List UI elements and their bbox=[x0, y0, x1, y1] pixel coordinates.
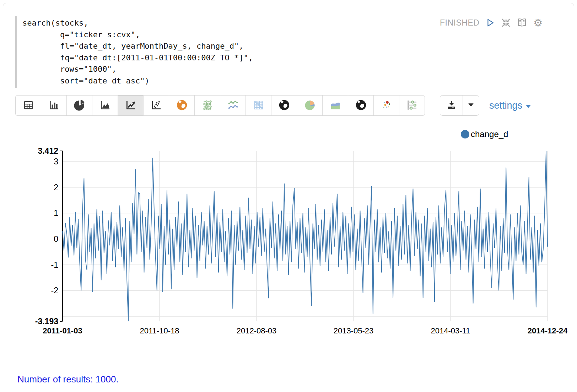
download-options-caret[interactable] bbox=[463, 96, 479, 115]
chart-type-table-button[interactable] bbox=[16, 96, 41, 115]
scatter-color-icon bbox=[381, 99, 393, 112]
line-chart-svg: 3210-1-23.412-3.1932011-01-032011-10-182… bbox=[3, 122, 574, 345]
settings-link[interactable]: settings bbox=[489, 95, 531, 116]
chart-type-bar-button[interactable] bbox=[41, 96, 67, 115]
svg-text:2014-03-11: 2014-03-11 bbox=[431, 326, 470, 335]
chart-type-area-button[interactable] bbox=[92, 96, 118, 115]
chart-type-pie-color-button[interactable] bbox=[297, 96, 323, 115]
line-chart-area[interactable]: 3210-1-23.412-3.1932011-01-032011-10-182… bbox=[3, 122, 574, 345]
chart-type-multi-line-button[interactable] bbox=[220, 96, 246, 115]
area-chart-color-icon bbox=[329, 99, 341, 112]
chart-type-bubble-grid-button[interactable] bbox=[195, 96, 220, 115]
svg-text:-3.193: -3.193 bbox=[35, 317, 58, 326]
download-icon bbox=[446, 100, 457, 111]
line-chart-icon bbox=[125, 99, 137, 112]
chart-type-globe-orange-button[interactable] bbox=[169, 96, 195, 115]
svg-text:2011-01-03: 2011-01-03 bbox=[43, 326, 82, 335]
chart-type-scatter-button[interactable] bbox=[144, 96, 169, 115]
globe-dark-icon bbox=[278, 99, 290, 112]
chart-type-globe-dark-2-button[interactable] bbox=[348, 96, 374, 115]
bar-chart-icon bbox=[48, 99, 60, 112]
settings-label: settings bbox=[489, 100, 522, 111]
gear-icon[interactable]: ⚙ bbox=[533, 17, 543, 28]
chart-type-scatter-color-button[interactable] bbox=[374, 96, 399, 115]
chart-type-range-levels-button[interactable] bbox=[399, 96, 425, 115]
scatter-chart-icon bbox=[150, 99, 162, 112]
pie-chart-color-icon bbox=[304, 99, 316, 112]
chart-type-pie-button[interactable] bbox=[67, 96, 92, 115]
heatmap-icon bbox=[253, 99, 265, 112]
code-editor[interactable]: search(stocks, q="ticker_s:cvx", fl="dat… bbox=[22, 17, 253, 87]
result-count-text: Number of results: 1000. bbox=[17, 374, 119, 385]
svg-text:2: 2 bbox=[54, 183, 58, 192]
chart-type-globe-dark-button[interactable] bbox=[271, 96, 297, 115]
legend-label: change_d bbox=[471, 129, 508, 139]
book-report-icon[interactable] bbox=[517, 17, 527, 28]
caret-down-icon bbox=[468, 103, 474, 108]
chart-type-line-button[interactable] bbox=[118, 96, 144, 115]
run-play-icon[interactable] bbox=[485, 17, 495, 28]
bubble-grid-icon bbox=[201, 99, 214, 112]
collapse-icon[interactable] bbox=[501, 17, 511, 28]
svg-text:2012-08-03: 2012-08-03 bbox=[237, 326, 277, 335]
area-chart-icon bbox=[99, 99, 111, 112]
editor-gutter-bar bbox=[15, 16, 17, 88]
settings-caret-icon bbox=[525, 100, 531, 111]
pie-chart-icon bbox=[74, 99, 86, 112]
svg-text:3.412: 3.412 bbox=[38, 146, 58, 156]
svg-text:-2: -2 bbox=[51, 286, 58, 295]
download-split-button bbox=[440, 95, 479, 116]
chart-type-area-color-button[interactable] bbox=[323, 96, 348, 115]
status-badge: FINISHED bbox=[440, 18, 479, 28]
svg-text:2011-10-18: 2011-10-18 bbox=[140, 326, 179, 335]
globe-orange-icon bbox=[176, 99, 188, 112]
download-button[interactable] bbox=[440, 96, 463, 115]
legend-dot bbox=[461, 130, 469, 138]
svg-text:1: 1 bbox=[54, 208, 58, 218]
svg-text:3: 3 bbox=[54, 157, 58, 166]
globe-dark-icon-2 bbox=[355, 99, 367, 112]
paragraph-card: search(stocks, q="ticker_s:cvx", fl="dat… bbox=[3, 3, 574, 392]
chart-type-toolbar bbox=[15, 95, 425, 116]
range-levels-icon bbox=[406, 99, 418, 112]
svg-text:0: 0 bbox=[54, 234, 58, 244]
chart-type-heatmap-button[interactable] bbox=[246, 96, 271, 115]
svg-text:2013-05-23: 2013-05-23 bbox=[334, 326, 374, 335]
multi-line-chart-icon bbox=[227, 99, 239, 112]
paragraph-controls: FINISHED ⚙ bbox=[440, 16, 543, 29]
svg-text:-1: -1 bbox=[51, 260, 58, 270]
table-icon bbox=[22, 99, 34, 112]
svg-text:2014-12-24: 2014-12-24 bbox=[528, 326, 568, 335]
